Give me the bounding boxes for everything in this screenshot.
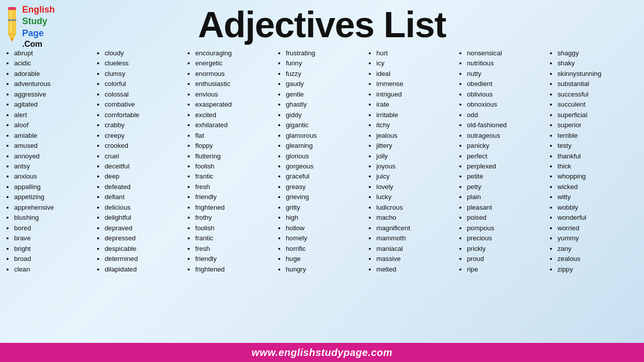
- list-item: comfortable: [105, 110, 186, 120]
- list-item: flat: [195, 131, 277, 141]
- list-item: shaggy: [557, 48, 639, 58]
- list-item: friendly: [195, 192, 277, 202]
- footer-url: www.englishstudypage.com: [252, 347, 392, 358]
- list-item: homely: [286, 233, 367, 243]
- list-item: yummy: [557, 233, 639, 243]
- list-item: ghastly: [286, 100, 367, 110]
- list-item: exhilarated: [195, 120, 277, 130]
- list-item: antsy: [14, 161, 96, 171]
- list-item: anxious: [14, 171, 96, 182]
- list-item: giddy: [286, 110, 367, 120]
- list-item: nonsensical: [467, 48, 548, 58]
- list-item: odd: [467, 110, 548, 120]
- list-item: glorious: [286, 151, 367, 161]
- list-item: superficial: [557, 110, 639, 120]
- list-item: poised: [467, 213, 548, 223]
- svg-rect-3: [8, 7, 16, 10]
- logo-page: Page: [22, 28, 55, 39]
- list-item: old-fashioned: [467, 120, 548, 130]
- list-item: itchy: [376, 120, 458, 130]
- list-item: hungry: [286, 264, 367, 275]
- list-item: gigantic: [286, 120, 367, 130]
- list-item: appalling: [14, 182, 96, 192]
- adjectives-column-2: cloudycluelessclumsycolorfulcolossalcomb…: [96, 48, 186, 275]
- list-item: depressed: [105, 233, 186, 243]
- list-item: gaudy: [286, 79, 367, 89]
- svg-rect-6: [8, 19, 16, 21]
- list-item: hollow: [286, 223, 367, 233]
- adjectives-columns: abruptacidicadorableadventurousaggressiv…: [0, 45, 644, 275]
- list-item: perfect: [467, 151, 548, 161]
- list-item: ideal: [376, 69, 458, 79]
- adjectives-column-5: hurticyidealimmenseintriguedirateirritab…: [367, 48, 458, 275]
- list-item: combative: [105, 100, 186, 110]
- list-item: appetizing: [14, 192, 96, 202]
- adjectives-column-6: nonsensicalnutritiousnuttyobedientoblivi…: [458, 48, 548, 275]
- list-item: defiant: [105, 192, 186, 202]
- list-item: pompous: [467, 223, 548, 233]
- list-item: despicable: [105, 244, 186, 254]
- list-item: bored: [14, 223, 96, 233]
- list-item: oblivious: [467, 89, 548, 100]
- list-item: funny: [286, 58, 367, 68]
- list-item: envious: [195, 89, 277, 100]
- list-item: zany: [557, 244, 639, 254]
- list-item: zippy: [557, 264, 639, 275]
- list-item: greasy: [286, 182, 367, 192]
- list-item: icy: [376, 58, 458, 68]
- svg-marker-2: [10, 38, 14, 42]
- list-item: crooked: [105, 141, 186, 151]
- list-item: enormous: [195, 69, 277, 79]
- list-item: juicy: [376, 171, 458, 182]
- list-item: perplexed: [467, 161, 548, 171]
- list-item: melted: [376, 264, 458, 275]
- list-item: enthusiastic: [195, 79, 277, 89]
- list-item: depraved: [105, 223, 186, 233]
- list-item: whopping: [557, 171, 639, 182]
- list-item: frantic: [195, 171, 277, 182]
- list-item: horrific: [286, 244, 367, 254]
- logo-text: English Study Page .Com: [22, 4, 55, 50]
- list-item: floppy: [195, 141, 277, 151]
- list-item: terrible: [557, 131, 639, 141]
- list-item: obnoxious: [467, 100, 548, 110]
- list-item: exasperated: [195, 100, 277, 110]
- list-item: wobbly: [557, 203, 639, 213]
- list-item: precious: [467, 233, 548, 243]
- list-item: cloudy: [105, 48, 186, 58]
- list-item: macho: [376, 213, 458, 223]
- list-item: excited: [195, 110, 277, 120]
- list-item: cruel: [105, 151, 186, 161]
- list-item: nutritious: [467, 58, 548, 68]
- list-item: petite: [467, 171, 548, 182]
- list-item: aloof: [14, 120, 96, 130]
- list-item: amused: [14, 141, 96, 151]
- list-item: dilapidated: [105, 264, 186, 275]
- list-item: agitated: [14, 100, 96, 110]
- list-item: proud: [467, 254, 548, 264]
- list-item: deep: [105, 171, 186, 182]
- list-item: friendly: [195, 254, 277, 264]
- list-item: frothy: [195, 213, 277, 223]
- pencil-icon: [5, 4, 19, 44]
- list-item: creepy: [105, 131, 186, 141]
- list-item: lovely: [376, 182, 458, 192]
- list-item: lucky: [376, 192, 458, 202]
- list-item: crabby: [105, 120, 186, 130]
- list-item: gentle: [286, 89, 367, 100]
- list-item: obedient: [467, 79, 548, 89]
- list-item: jittery: [376, 141, 458, 151]
- list-item: joyous: [376, 161, 458, 171]
- list-item: determined: [105, 254, 186, 264]
- list-item: frightened: [195, 203, 277, 213]
- list-item: wicked: [557, 182, 639, 192]
- list-item: foolish: [195, 223, 277, 233]
- list-item: glamorous: [286, 131, 367, 141]
- list-item: frantic: [195, 233, 277, 243]
- list-item: witty: [557, 192, 639, 202]
- list-item: superior: [557, 120, 639, 130]
- list-item: gritty: [286, 203, 367, 213]
- list-item: jolly: [376, 151, 458, 161]
- list-item: deceitful: [105, 161, 186, 171]
- list-item: hurt: [376, 48, 458, 58]
